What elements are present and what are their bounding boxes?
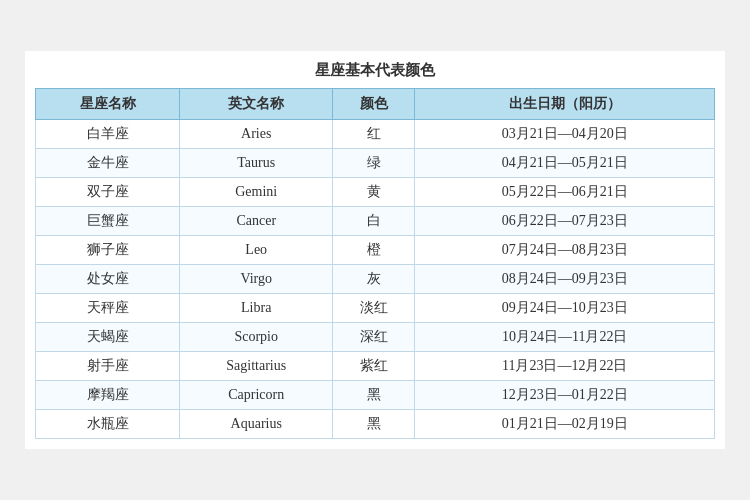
cell-dates: 08月24日—09月23日 [415,265,715,294]
zodiac-table: 星座名称 英文名称 颜色 出生日期（阳历） 白羊座Aries红03月21日—04… [35,88,715,439]
cell-en: Gemini [180,178,333,207]
cell-dates: 01月21日—02月19日 [415,410,715,439]
table-header-row: 星座名称 英文名称 颜色 出生日期（阳历） [36,89,715,120]
cell-en: Capricorn [180,381,333,410]
cell-zh: 天蝎座 [36,323,180,352]
cell-en: Scorpio [180,323,333,352]
cell-color: 黑 [333,410,415,439]
header-dates: 出生日期（阳历） [415,89,715,120]
cell-en: Libra [180,294,333,323]
cell-zh: 水瓶座 [36,410,180,439]
cell-en: Aquarius [180,410,333,439]
table-row: 双子座Gemini黄05月22日—06月21日 [36,178,715,207]
table-row: 白羊座Aries红03月21日—04月20日 [36,120,715,149]
cell-en: Leo [180,236,333,265]
cell-dates: 06月22日—07月23日 [415,207,715,236]
cell-color: 黄 [333,178,415,207]
table-row: 射手座Sagittarius紫红11月23日—12月22日 [36,352,715,381]
table-row: 天秤座Libra淡红09月24日—10月23日 [36,294,715,323]
table-row: 处女座Virgo灰08月24日—09月23日 [36,265,715,294]
cell-color: 橙 [333,236,415,265]
cell-color: 深红 [333,323,415,352]
cell-color: 红 [333,120,415,149]
header-color: 颜色 [333,89,415,120]
table-row: 水瓶座Aquarius黑01月21日—02月19日 [36,410,715,439]
cell-dates: 09月24日—10月23日 [415,294,715,323]
cell-en: Sagittarius [180,352,333,381]
cell-dates: 03月21日—04月20日 [415,120,715,149]
cell-zh: 巨蟹座 [36,207,180,236]
cell-color: 灰 [333,265,415,294]
page-title: 星座基本代表颜色 [35,61,715,80]
cell-zh: 处女座 [36,265,180,294]
cell-en: Taurus [180,149,333,178]
cell-dates: 12月23日—01月22日 [415,381,715,410]
header-en: 英文名称 [180,89,333,120]
cell-zh: 白羊座 [36,120,180,149]
cell-dates: 11月23日—12月22日 [415,352,715,381]
table-row: 金牛座Taurus绿04月21日—05月21日 [36,149,715,178]
table-row: 狮子座Leo橙07月24日—08月23日 [36,236,715,265]
cell-en: Virgo [180,265,333,294]
cell-en: Cancer [180,207,333,236]
cell-zh: 天秤座 [36,294,180,323]
cell-zh: 射手座 [36,352,180,381]
cell-color: 绿 [333,149,415,178]
cell-zh: 双子座 [36,178,180,207]
cell-dates: 07月24日—08月23日 [415,236,715,265]
table-row: 天蝎座Scorpio深红10月24日—11月22日 [36,323,715,352]
cell-color: 紫红 [333,352,415,381]
header-zh: 星座名称 [36,89,180,120]
cell-color: 白 [333,207,415,236]
table-row: 巨蟹座Cancer白06月22日—07月23日 [36,207,715,236]
cell-zh: 狮子座 [36,236,180,265]
main-container: 星座基本代表颜色 星座名称 英文名称 颜色 出生日期（阳历） 白羊座Aries红… [25,51,725,449]
cell-color: 淡红 [333,294,415,323]
cell-color: 黑 [333,381,415,410]
table-row: 摩羯座Capricorn黑12月23日—01月22日 [36,381,715,410]
cell-dates: 10月24日—11月22日 [415,323,715,352]
cell-en: Aries [180,120,333,149]
cell-zh: 摩羯座 [36,381,180,410]
cell-dates: 04月21日—05月21日 [415,149,715,178]
cell-dates: 05月22日—06月21日 [415,178,715,207]
cell-zh: 金牛座 [36,149,180,178]
